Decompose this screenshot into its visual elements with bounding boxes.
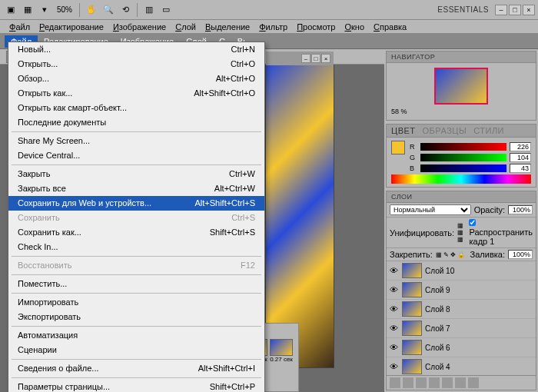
menu-item[interactable]: Открыть...Ctrl+O — [8, 57, 264, 71]
doc-minimize[interactable]: – — [301, 54, 311, 63]
red-value[interactable]: 226 — [510, 142, 531, 151]
menu-item[interactable]: Импортировать — [8, 295, 264, 310]
layer-thumbnail[interactable] — [402, 340, 422, 355]
visibility-icon[interactable]: 👁 — [390, 362, 399, 371]
menu-item[interactable]: Сценарии — [8, 343, 264, 357]
red-slider[interactable] — [420, 143, 506, 151]
menu-item[interactable]: Новый...Ctrl+N — [8, 42, 264, 57]
menu-Редактирование[interactable]: Редактирование — [35, 21, 108, 33]
menu-Слой[interactable]: Слой — [171, 21, 201, 33]
menu-item[interactable]: ЗакрытьCtrl+W — [8, 167, 264, 181]
visibility-icon[interactable]: 👁 — [390, 266, 399, 275]
color-spectrum[interactable] — [391, 174, 531, 184]
screen-icon[interactable]: ▭ — [158, 2, 174, 18]
hand-icon[interactable]: ✋ — [84, 2, 99, 18]
menu-Файл[interactable]: Файл — [5, 21, 35, 33]
layer-thumbnail[interactable] — [402, 282, 422, 297]
minimize-button[interactable]: – — [495, 5, 507, 15]
foreground-swatch[interactable] — [391, 141, 405, 154]
magnify-icon[interactable]: 🔍 — [101, 2, 116, 18]
layer-row[interactable]: 👁Слой 7 — [387, 319, 536, 338]
close-button[interactable]: × — [523, 5, 535, 15]
navigator-thumbnail[interactable] — [434, 68, 488, 105]
layer-name: Слой 8 — [425, 305, 450, 314]
layer-name: Слой 10 — [425, 267, 454, 275]
menu-item[interactable]: Сохранить как...Shift+Ctrl+S — [8, 225, 264, 240]
visibility-icon[interactable]: 👁 — [390, 285, 399, 294]
layer-row[interactable]: 👁Слой 4 — [387, 357, 536, 375]
menu-Справка[interactable]: Справка — [369, 21, 411, 33]
menu-item: СохранитьCtrl+S — [8, 211, 264, 225]
menu-item[interactable]: Закрыть всеAlt+Ctrl+W — [8, 181, 264, 196]
layer-row[interactable]: 👁Слой 10 — [387, 261, 536, 281]
layer-row[interactable]: 👁Слой 6 — [387, 338, 536, 357]
doc-close[interactable]: × — [321, 54, 330, 63]
blend-mode-select[interactable]: Нормальный — [390, 204, 471, 215]
blue-slider[interactable] — [420, 164, 506, 172]
menu-item: ВосстановитьF12 — [8, 258, 264, 273]
menu-Фильтр[interactable]: Фильтр — [254, 21, 292, 33]
menu-Просмотр[interactable]: Просмотр — [292, 21, 340, 33]
layer-thumbnail[interactable] — [402, 321, 422, 336]
menu-Выделение[interactable]: Выделение — [201, 21, 254, 33]
animation-frame[interactable]: 0.27 сек — [270, 339, 293, 363]
menu-item[interactable]: Параметры страницы...Shift+Ctrl+P — [8, 380, 264, 392]
layer-row[interactable]: 👁Слой 8 — [387, 300, 536, 319]
visibility-icon[interactable]: 👁 — [390, 304, 399, 314]
layer-thumbnail[interactable] — [402, 359, 422, 374]
green-value[interactable]: 104 — [510, 153, 531, 162]
maximize-button[interactable]: □ — [509, 5, 521, 15]
doc-maximize[interactable]: □ — [311, 54, 320, 63]
rotate-icon[interactable]: ⟲ — [118, 2, 133, 18]
main-menubar: ФайлРедактированиеИзображениеСлойВыделен… — [0, 20, 538, 34]
layer-row[interactable]: 👁Слой 9 — [387, 281, 536, 300]
menu-item[interactable]: Сведения о файле...Alt+Shift+Ctrl+I — [8, 361, 264, 376]
menu-item[interactable]: Экспортировать — [8, 310, 264, 324]
menu-item[interactable]: Открыть как...Alt+Shift+Ctrl+O — [8, 86, 264, 101]
menu-item[interactable]: Сохранить для Web и устройств...Alt+Shif… — [8, 196, 264, 211]
navigator-panel: НАВИГАТОР 58 % — [386, 51, 536, 121]
layer-name: Слой 9 — [425, 286, 450, 294]
menu-item[interactable]: Share My Screen... — [8, 134, 264, 148]
tab-swatches[interactable]: ОБРАЗЦЫ — [423, 126, 467, 135]
layer-name: Слой 4 — [425, 363, 450, 371]
menu-Изображение[interactable]: Изображение — [108, 21, 171, 33]
layer-thumbnail[interactable] — [402, 263, 422, 278]
menu-item[interactable]: Обзор...Alt+Ctrl+O — [8, 71, 264, 86]
opacity-field[interactable]: 100% — [508, 205, 533, 214]
new-layer-icon[interactable] — [455, 377, 466, 388]
layers-tab[interactable]: СЛОИ — [387, 191, 536, 203]
delete-layer-icon[interactable] — [468, 377, 479, 388]
navigator-tab[interactable]: НАВИГАТОР — [387, 51, 536, 63]
link-layers-icon[interactable] — [390, 377, 400, 388]
adjustment-icon[interactable] — [429, 377, 440, 388]
menu-item[interactable]: Check In... — [8, 240, 264, 254]
propagate-checkbox[interactable]: Распространить кадр 1 — [469, 219, 533, 246]
visibility-icon[interactable]: 👁 — [390, 343, 399, 352]
layer-mask-icon[interactable] — [416, 377, 427, 388]
menu-item[interactable]: Открыть как смарт-объект... — [8, 101, 264, 115]
doc-icon[interactable]: ▾ — [37, 2, 52, 18]
menu-item[interactable]: Последние документы — [8, 115, 264, 130]
workspace-label[interactable]: ESSENTIALS — [433, 5, 493, 14]
app-icon[interactable]: ▣ — [3, 2, 18, 18]
menu-item[interactable]: Device Central... — [8, 148, 264, 163]
zoom-level[interactable]: 50% — [54, 4, 75, 15]
arrange-icon[interactable]: ▥ — [141, 2, 157, 18]
navigator-zoom[interactable]: 58 % — [391, 108, 407, 115]
fill-field[interactable]: 100% — [508, 250, 533, 259]
menu-item[interactable]: Поместить... — [8, 277, 264, 291]
layer-style-icon[interactable] — [403, 377, 413, 388]
right-panels: НАВИГАТОР 58 % ЦВЕТ ОБРАЗЦЫ СТИЛИ R226 G… — [384, 49, 538, 392]
blue-value[interactable]: 43 — [510, 164, 531, 173]
tool-icon[interactable]: ▦ — [20, 2, 35, 18]
menu-item[interactable]: Автоматизация — [8, 328, 264, 343]
tab-styles[interactable]: СТИЛИ — [473, 126, 504, 135]
group-icon[interactable] — [442, 377, 453, 388]
layer-thumbnail[interactable] — [402, 301, 422, 317]
green-slider[interactable] — [420, 154, 506, 161]
menu-Окно[interactable]: Окно — [340, 21, 369, 33]
visibility-icon[interactable]: 👁 — [390, 324, 399, 333]
layer-name: Слой 6 — [425, 344, 450, 352]
tab-color[interactable]: ЦВЕТ — [391, 126, 416, 135]
